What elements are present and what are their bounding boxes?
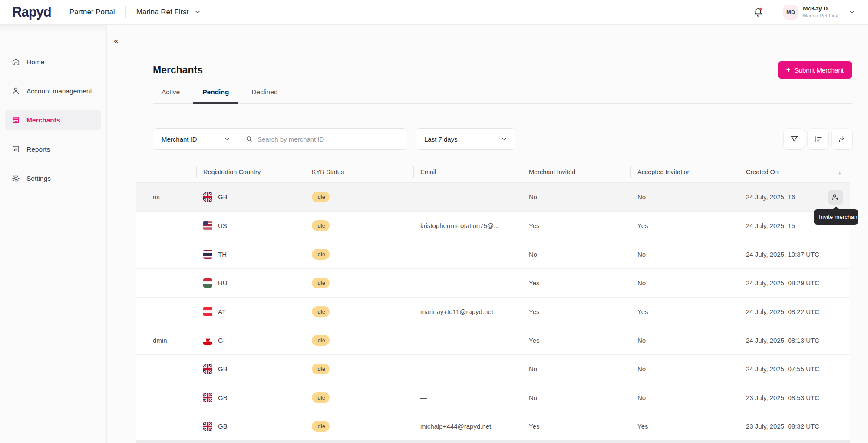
cell-kyb-status: Idle <box>305 269 413 297</box>
page-body: HomeAccount managementMerchantsReportsSe… <box>0 25 868 443</box>
table-row[interactable]: GBIdle—NoNo24 July, 2025, 07:55 UTC <box>136 355 850 383</box>
kyb-status-badge: Idle <box>312 278 330 288</box>
col-header-registration-country[interactable]: Registration Country <box>196 161 305 182</box>
funnel-icon <box>790 135 799 144</box>
sidebar-item-merchants[interactable]: Merchants <box>5 110 101 130</box>
cell-kyb-status: Idle <box>305 212 413 240</box>
cell-registration-country: TH <box>196 240 305 268</box>
date-range-select[interactable]: Last 7 days <box>416 128 515 150</box>
org-selector-label: Marina Ref First <box>136 8 189 17</box>
cell-kyb-status: Idle <box>305 355 413 383</box>
cell-merchant-invited: No <box>522 240 630 268</box>
gi-flag-icon <box>203 336 212 345</box>
page-head: Merchants + Submit Merchant <box>153 61 852 79</box>
tab-declined[interactable]: Declined <box>251 88 277 103</box>
table-row[interactable]: nsGBIdle—NoNo24 July, 2025, 16Invite mer… <box>136 183 850 212</box>
notifications-button[interactable] <box>750 4 766 20</box>
cell-kyb-status: Idle <box>305 383 413 412</box>
chevron-down-icon <box>500 135 508 143</box>
created-on-value: 24 July, 2025, 08:22 UTC <box>746 308 819 315</box>
search-input[interactable] <box>257 136 400 143</box>
cell-kyb-status: Idle <box>305 298 413 326</box>
filter-button[interactable] <box>784 129 805 149</box>
col-header-kyb-status[interactable]: KYB Status <box>305 161 413 182</box>
org-selector[interactable]: Marina Ref First <box>136 8 201 17</box>
sort-button[interactable] <box>808 129 828 149</box>
created-on-value: 24 July, 2025, 15 <box>746 222 795 229</box>
col-header-merchant-invited[interactable]: Merchant Invited <box>522 161 630 182</box>
cell-email: — <box>413 355 522 383</box>
partner-portal-app: Rapyd Partner Portal Marina Ref First MD <box>0 0 868 443</box>
cell-registration-country: GB <box>196 355 305 383</box>
cell-registration-country: GB <box>196 383 305 412</box>
table-row[interactable]: GBIdle—NoNo23 July, 2025, 08:53 UTC <box>136 383 850 412</box>
cell-created-on: 23 July, 2025, 08:32 UTC <box>739 412 850 440</box>
table-body: nsGBIdle—NoNo24 July, 2025, 16Invite mer… <box>136 183 850 441</box>
user-name: McKay D <box>803 5 838 13</box>
sidebar-item-label: Settings <box>26 175 51 182</box>
at-flag-icon <box>203 307 212 316</box>
cell-registration-country: HU <box>196 269 305 297</box>
sidebar: HomeAccount managementMerchantsReportsSe… <box>0 25 107 443</box>
cell-kyb-status: Idle <box>305 183 413 211</box>
col-header-created-on[interactable]: Created On↓ <box>739 161 850 182</box>
cell-kyb-status: Idle <box>305 326 413 354</box>
cell-created-on: 23 July, 2025, 08:53 UTC <box>739 383 850 412</box>
cell-email: marinay+to11@rapyd.net <box>413 298 522 326</box>
search-icon <box>245 135 253 143</box>
submit-merchant-button[interactable]: + Submit Merchant <box>778 61 852 79</box>
kyb-status-badge: Idle <box>312 421 330 432</box>
country-code: HU <box>218 279 228 287</box>
created-on-value: 24 July, 2025, 07:55 UTC <box>746 365 819 373</box>
cell-kyb-status: Idle <box>305 412 413 440</box>
table-row[interactable]: HUIdle—YesNo24 July, 2025, 08:29 UTC <box>136 269 850 298</box>
col-header-label: Registration Country <box>203 169 261 175</box>
cell-name-fragment: ns <box>136 183 196 211</box>
horizontal-scrollbar[interactable] <box>136 440 850 443</box>
table-row[interactable]: THIdle—NoNo24 July, 2025, 10:37 UTC <box>136 240 850 269</box>
cell-name-fragment <box>136 212 196 240</box>
chevron-down-icon <box>194 8 201 16</box>
search-field <box>238 129 407 149</box>
cell-name-fragment <box>136 355 196 383</box>
search-category-select[interactable]: Merchant ID <box>153 129 238 149</box>
cell-registration-country: GB <box>196 183 305 211</box>
cell-email: michalp+444@rapyd.net <box>413 412 522 440</box>
sort-list-icon <box>814 135 823 144</box>
col-header-accepted-invitation[interactable]: Accepted Invitation <box>630 161 739 182</box>
sort-desc-icon[interactable]: ↓ <box>838 168 842 175</box>
export-button[interactable] <box>832 129 852 149</box>
sidebar-item-home[interactable]: Home <box>5 52 101 72</box>
cell-name-fragment <box>136 240 196 268</box>
kyb-status-badge: Idle <box>312 249 330 260</box>
date-range-label: Last 7 days <box>424 136 458 143</box>
tab-active[interactable]: Active <box>162 88 180 103</box>
cell-accepted-invitation: No <box>630 269 739 297</box>
sidebar-item-settings[interactable]: Settings <box>5 168 101 188</box>
invite-merchant-user-button[interactable] <box>828 190 843 205</box>
user-block: McKay D Marina Ref First <box>803 5 838 19</box>
table-row[interactable]: dminGIIdle—YesNo24 July, 2025, 08:13 UTC <box>136 326 850 355</box>
sidebar-collapse-button[interactable]: « <box>114 36 119 45</box>
cell-accepted-invitation: No <box>630 383 739 412</box>
avatar[interactable]: MD <box>783 5 798 20</box>
user-menu-chevron-icon[interactable] <box>848 8 856 16</box>
tab-pending[interactable]: Pending <box>202 88 229 103</box>
rapyd-logo: Rapyd <box>12 4 51 20</box>
table-row[interactable]: GBIdlemichalp+444@rapyd.netYesYes23 July… <box>136 412 850 441</box>
table-row[interactable]: ATIdlemarinay+to11@rapyd.netYesYes24 Jul… <box>136 298 850 326</box>
notification-dot <box>759 8 762 10</box>
col-header-email[interactable]: Email <box>413 161 522 182</box>
table-row[interactable]: USIdlekristopherm+rotation75@...YesYes24… <box>136 212 850 240</box>
country-code: TH <box>218 251 227 258</box>
merchants-icon <box>11 116 20 125</box>
sidebar-item-reports[interactable]: Reports <box>5 139 101 159</box>
merchants-table: Registration CountryKYB StatusEmailMerch… <box>136 161 850 441</box>
cell-email: — <box>413 269 522 297</box>
sidebar-item-label: Account management <box>26 87 92 95</box>
sidebar-item-account-management[interactable]: Account management <box>5 81 101 101</box>
header-divider <box>125 6 126 18</box>
portal-label: Partner Portal <box>69 8 115 17</box>
cell-merchant-invited: No <box>522 383 630 412</box>
kyb-status-badge: Idle <box>312 306 330 317</box>
